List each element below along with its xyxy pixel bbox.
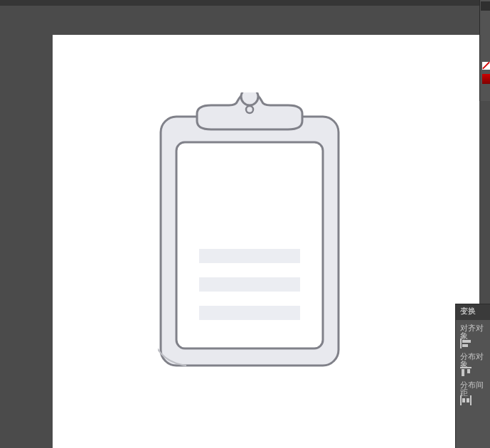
swatch-none[interactable] — [482, 62, 490, 70]
svg-rect-13 — [460, 395, 462, 405]
workspace — [0, 6, 479, 448]
panel-toggle-icon[interactable] — [481, 1, 490, 11]
panel-section-spacing-label: 分布间距 — [456, 377, 490, 391]
svg-rect-7 — [460, 338, 462, 348]
svg-rect-8 — [462, 340, 471, 343]
svg-point-1 — [241, 92, 258, 105]
panel-section-distribute-label: 分布对象 — [456, 348, 490, 363]
swatch-red[interactable] — [482, 74, 490, 84]
clipboard-illustration[interactable] — [158, 92, 341, 370]
svg-rect-15 — [467, 398, 469, 402]
svg-rect-16 — [470, 395, 472, 405]
svg-rect-12 — [467, 369, 470, 373]
align-panel[interactable]: 变换 对齐对象 分布对象 分布间距 — [455, 304, 490, 448]
right-tool-column — [479, 0, 490, 101]
align-left-icon[interactable] — [460, 338, 472, 348]
distribute-spacing-icon[interactable] — [460, 395, 472, 405]
artboard[interactable] — [53, 35, 479, 448]
panel-tab-transform[interactable]: 变换 — [456, 304, 490, 320]
app-top-strip — [0, 0, 490, 6]
svg-rect-5 — [199, 277, 300, 292]
svg-rect-4 — [199, 249, 300, 263]
panel-section-align-label: 对齐对象 — [456, 320, 490, 334]
distribute-top-icon[interactable] — [460, 367, 472, 377]
svg-rect-11 — [462, 369, 464, 376]
svg-rect-9 — [462, 344, 468, 347]
svg-rect-10 — [460, 367, 472, 368]
svg-rect-14 — [462, 398, 465, 402]
svg-rect-6 — [199, 306, 300, 320]
